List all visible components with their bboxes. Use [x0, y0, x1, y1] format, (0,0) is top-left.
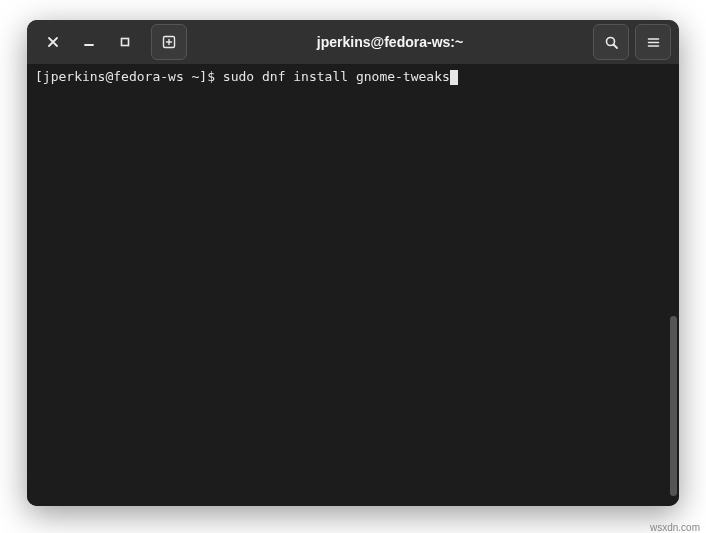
terminal-command: sudo dnf install gnome-tweaks [223, 69, 450, 84]
maximize-icon [119, 36, 131, 48]
svg-rect-0 [122, 39, 129, 46]
maximize-button[interactable] [107, 24, 143, 60]
watermark: wsxdn.com [650, 522, 700, 533]
minimize-button[interactable] [71, 24, 107, 60]
hamburger-icon [646, 35, 661, 50]
titlebar: jperkins@fedora-ws:~ [27, 20, 679, 65]
new-tab-icon [161, 34, 177, 50]
minimize-icon [83, 36, 95, 48]
search-icon [604, 35, 619, 50]
menu-button[interactable] [635, 24, 671, 60]
scrollbar-track[interactable] [667, 65, 677, 506]
terminal-cursor [450, 70, 458, 85]
search-button[interactable] [593, 24, 629, 60]
terminal-body[interactable]: [jperkins@fedora-ws ~]$ sudo dnf install… [27, 65, 679, 506]
new-tab-button[interactable] [151, 24, 187, 60]
close-button[interactable] [35, 24, 71, 60]
titlebar-left-group [35, 24, 187, 60]
terminal-window: jperkins@fedora-ws:~ [jperkins@fedora-ws… [27, 20, 679, 506]
terminal-prompt: [jperkins@fedora-ws ~]$ [35, 69, 223, 84]
close-icon [47, 36, 59, 48]
window-title: jperkins@fedora-ws:~ [187, 34, 593, 50]
titlebar-right-group [593, 24, 671, 60]
scrollbar-thumb[interactable] [670, 316, 677, 496]
